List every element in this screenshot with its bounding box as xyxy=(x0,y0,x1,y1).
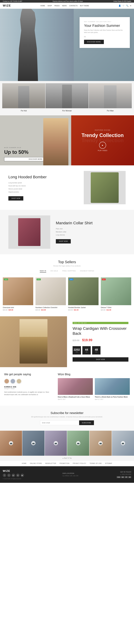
bomber-feature-2: Hood with faux fur interior xyxy=(8,184,81,187)
nav-home[interactable]: HOME xyxy=(40,5,45,6)
bomber-image xyxy=(84,171,126,204)
blog-card-1[interactable]: How to Wear a Headscarf Like a Gucci Mus… xyxy=(58,378,93,400)
tab-new-in[interactable]: NEW IN xyxy=(40,270,46,272)
tab-highest-rated[interactable]: HIGHEST RATED xyxy=(80,270,94,272)
bomber-features: Long bomber jacket Hood with faux fur in… xyxy=(8,181,81,194)
price-old-1: $44.40 xyxy=(3,309,8,311)
newsletter-email-input[interactable] xyxy=(40,420,79,425)
product-name-1: Oversized shirt xyxy=(3,306,33,308)
product-img-bg-4 xyxy=(101,278,131,305)
gallery-item-6[interactable]: 📷 xyxy=(112,431,134,456)
gallery-item-3[interactable]: 📷 xyxy=(45,431,67,456)
deal-tag: DEAL OF THE DAY xyxy=(73,322,128,324)
footer-nav-promotion[interactable]: PROMOTION xyxy=(60,463,70,464)
back-to-top-button[interactable]: ▲ Back To Top xyxy=(0,456,134,460)
logo[interactable]: WIZE xyxy=(3,4,11,7)
footer-nav-terms[interactable]: TERMS OF USE xyxy=(90,463,102,464)
header-icons: 👤 ♡ 🔍 ≡ xyxy=(118,4,131,7)
product-price-4: $24.90 $12.90 xyxy=(101,309,131,311)
hero-model-figure xyxy=(17,9,39,81)
social-linkedin[interactable]: in xyxy=(16,474,20,477)
footer-touch-detail: p: (888) 999-0099 xyxy=(117,474,131,475)
deal-image xyxy=(0,316,67,367)
product-card-2: SALE Numbers Collection Overshirt $39.90… xyxy=(35,278,66,311)
gallery-item-2[interactable]: 📷 xyxy=(22,431,44,456)
category-kid[interactable]: For Kid xyxy=(2,83,45,113)
nav-pages[interactable]: PAGES xyxy=(54,5,60,6)
instagram-icon-1: 📷 xyxy=(9,441,13,445)
gallery-item-1[interactable]: 📷 xyxy=(0,431,22,456)
nav-buy-theme[interactable]: BUY THEME xyxy=(80,5,89,6)
product-name-4: Deluxe T-Shirt xyxy=(101,306,131,308)
product-image-3[interactable]: NEW xyxy=(68,278,99,305)
collar-shirt-cta-button[interactable]: SHOP NOW xyxy=(56,239,71,244)
testimonial-name: KAREN D. SOE xyxy=(4,386,52,388)
collar-shirt-title: Mandarin Collar Shirt xyxy=(56,221,126,225)
language-selector[interactable]: United States $ USD English xyxy=(113,0,131,2)
footer-center: OUR LOCATION Ley William 109, side 290 xyxy=(62,472,78,476)
category-woman[interactable]: For Woman xyxy=(45,83,89,113)
deal-content: DEAL OF THE DAY Wrap Cardigan With Cross… xyxy=(67,316,134,367)
avatar-2[interactable] xyxy=(10,379,15,384)
tab-free-shipping[interactable]: FREE SHIPPING xyxy=(62,270,76,272)
footer-logo[interactable]: WIZE xyxy=(3,470,24,472)
gallery-item-4[interactable]: 📷 xyxy=(67,431,89,456)
blog-date-1: April 8, 2017 xyxy=(58,398,93,400)
deal-cta-button[interactable]: SHOP NOW xyxy=(73,357,128,362)
nav-contacts[interactable]: CONTACTS xyxy=(69,5,78,6)
nav-news[interactable]: NEWS xyxy=(62,5,67,6)
category-man[interactable]: For Man xyxy=(89,83,132,113)
menu-icon[interactable]: ≡ xyxy=(130,4,131,7)
bomber-feature-4: Zipped pockets. xyxy=(8,190,81,194)
nav-shop[interactable]: SHOP xyxy=(48,5,52,6)
product-image-4[interactable]: HOT xyxy=(101,278,131,305)
testimonial-avatars xyxy=(4,379,52,384)
blog-img-bg-2 xyxy=(95,378,130,395)
wishlist-icon[interactable]: ♡ xyxy=(122,4,124,7)
social-youtube[interactable]: ▶ xyxy=(21,474,24,477)
product-img-bg-3 xyxy=(68,278,99,305)
payment-icons: VISA MC PP AE xyxy=(117,476,131,478)
sale-right-panel: INSPIRED DIVINE Trendy Collection INSPIR… xyxy=(71,115,134,166)
products-grid: SALE Oversized shirt $44.40 $29.90 SALE … xyxy=(3,278,131,311)
search-icon[interactable]: 🔍 xyxy=(126,4,128,7)
footer-nav-sitemap[interactable]: SITEMAP xyxy=(105,463,112,464)
testimonial-quote: Sed condimentum molestie purus, in sagit… xyxy=(4,391,52,396)
instagram-icon-4: 📷 xyxy=(76,441,80,445)
social-google[interactable]: g+ xyxy=(12,474,15,477)
product-image-1[interactable]: SALE xyxy=(3,278,33,305)
testimonials-title: We get people saying xyxy=(4,373,52,376)
social-twitter[interactable]: t xyxy=(7,474,11,477)
newsletter-subscribe-button[interactable]: SUBSCRIBE xyxy=(79,420,94,425)
avatar-1[interactable] xyxy=(4,379,9,384)
testimonial-role: Designer / Retail xyxy=(4,388,52,390)
tab-on-sale[interactable]: ON SALE xyxy=(50,270,58,272)
blog-card-2[interactable]: There's a Street-Style on Paris Fashion … xyxy=(95,378,130,400)
footer-nav-home[interactable]: HOME xyxy=(22,463,27,464)
hero-cta-button[interactable]: DISCOVER MORE xyxy=(84,40,104,44)
avatar-3[interactable] xyxy=(17,379,22,384)
footer-nav-privacy[interactable]: PRIVACY POLICY xyxy=(73,463,86,464)
category-woman-label: For Woman xyxy=(45,108,89,113)
play-button[interactable]: ▶ xyxy=(99,142,106,149)
social-facebook[interactable]: f xyxy=(3,474,6,477)
price-old-2: $39.90 xyxy=(35,309,40,311)
instagram-icon-3: 📷 xyxy=(54,441,58,445)
blog-date-2: April 12, 2017 xyxy=(95,398,130,400)
newsletter-form: SUBSCRIBE xyxy=(3,420,131,425)
woman-figure xyxy=(62,85,72,108)
product-image-2[interactable]: SALE xyxy=(35,278,66,305)
product-price-3: $44.90 $32.40 xyxy=(68,309,99,311)
category-man-label: For Man xyxy=(89,108,132,113)
bomber-cta-button[interactable]: SHOP NOW xyxy=(8,196,23,200)
gallery-item-5[interactable]: 📷 xyxy=(90,431,111,456)
header: WIZE HOME SHOP PAGES NEWS CONTACTS BUY T… xyxy=(0,3,134,9)
footer-nav-online-store[interactable]: ONLINE STORE xyxy=(30,463,42,464)
collar-shirt-feature: Mandarin Collar Shirt Plain shirt Mandar… xyxy=(0,210,134,254)
price-new-4: $12.90 xyxy=(106,309,111,311)
user-icon[interactable]: 👤 xyxy=(118,4,121,7)
hero-content-box: HOT SUMMER COLLECTION 2017 Your Fashion … xyxy=(80,17,130,48)
payment-visa: VISA xyxy=(117,476,121,478)
price-new-3: $32.40 xyxy=(74,309,79,311)
footer-nav-newsletter[interactable]: NEWSLETTER xyxy=(45,463,56,464)
